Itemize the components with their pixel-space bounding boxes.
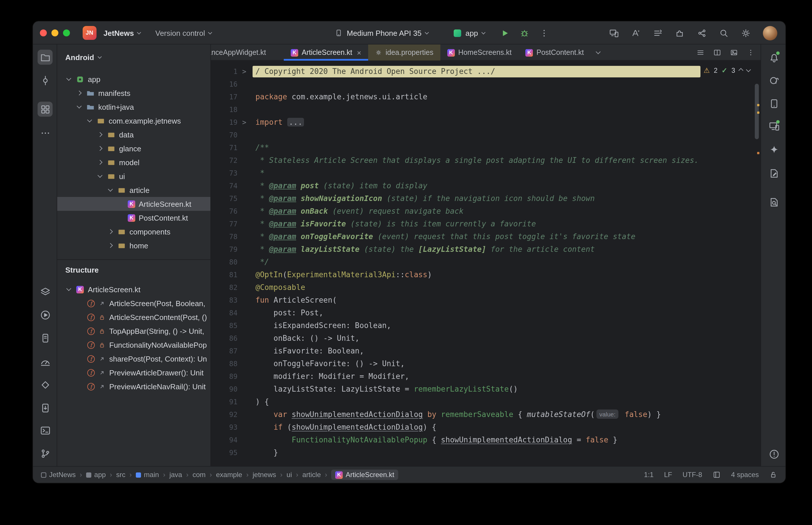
chevron-right-icon[interactable]: [107, 244, 114, 247]
editor-tab-idea-properties[interactable]: idea.properties: [368, 44, 440, 61]
tool-button-more-tools[interactable]: [38, 125, 53, 140]
tree-item-data[interactable]: data: [57, 127, 210, 141]
panel-divider[interactable]: [57, 259, 210, 260]
tool-button-version-control[interactable]: [38, 446, 53, 461]
next-issue-icon[interactable]: [746, 67, 751, 72]
previous-issue-icon[interactable]: [739, 68, 743, 73]
debug-button[interactable]: [520, 28, 529, 38]
structure-root-articlescreen-kt[interactable]: KArticleScreen.kt: [57, 282, 208, 296]
breadcrumb-item-jetnews[interactable]: jetnews: [253, 471, 276, 479]
chevron-down-icon[interactable]: [65, 288, 72, 291]
tree-item-glance[interactable]: glance: [57, 141, 210, 155]
tree-item-app[interactable]: app: [57, 72, 210, 86]
tool-button-device-manager[interactable]: [766, 96, 781, 111]
minimize-window-button[interactable]: [51, 29, 58, 36]
structure-item-previewarticlenavrail[interactable]: fPreviewArticleNavRail(): Unit: [57, 379, 208, 393]
inline-actions-icon[interactable]: [653, 28, 663, 38]
chevron-right-icon[interactable]: [107, 230, 114, 233]
tree-item-article[interactable]: article: [57, 183, 210, 197]
breadcrumb-item-example[interactable]: example: [216, 471, 242, 479]
tab-overflow-chevron-icon[interactable]: [591, 44, 606, 60]
breadcrumb-item-ui[interactable]: ui: [287, 471, 292, 479]
split-editor-icon[interactable]: [713, 48, 721, 57]
chevron-down-icon[interactable]: [76, 105, 83, 109]
structure-item-sharepost[interactable]: fsharePost(Post, Context): Un: [57, 352, 208, 365]
chevron-right-icon[interactable]: [97, 147, 103, 150]
caret-position[interactable]: 1:1: [644, 471, 654, 479]
breadcrumb-item-app[interactable]: app: [86, 471, 106, 479]
tree-item-home[interactable]: home: [57, 239, 210, 252]
structure-item-functionalitynotavailablepop[interactable]: fFunctionalityNotAvailablePop: [57, 338, 208, 352]
tool-button-terminal[interactable]: [38, 423, 53, 438]
tree-item-kotlin-java[interactable]: kotlin+java: [57, 100, 210, 114]
close-window-button[interactable]: [40, 29, 47, 36]
tool-button-gemini[interactable]: [766, 142, 781, 157]
tool-button-commit[interactable]: [38, 73, 53, 88]
more-run-actions-icon[interactable]: [539, 28, 549, 38]
project-menu[interactable]: JetNews: [103, 29, 141, 37]
tool-button-profiler[interactable]: [38, 377, 53, 392]
line-separator[interactable]: LF: [664, 471, 672, 479]
share-icon[interactable]: [697, 28, 707, 38]
chevron-down-icon[interactable]: [107, 188, 114, 192]
tool-button-device-explorer[interactable]: [38, 400, 53, 415]
tool-button-run-tool[interactable]: [38, 307, 53, 322]
chevron-right-icon[interactable]: [97, 161, 103, 164]
run-button[interactable]: [500, 28, 510, 38]
tool-button-notifications[interactable]: [766, 50, 781, 65]
tree-item-ui[interactable]: ui: [57, 169, 210, 183]
fold-marker-icon[interactable]: >: [242, 65, 246, 78]
inspection-widget[interactable]: ⚠ 2 ✓ 3: [704, 65, 750, 76]
tool-button-logcat[interactable]: [38, 330, 53, 345]
breadcrumb-item-main[interactable]: main: [136, 471, 159, 479]
run-configuration-selector[interactable]: app: [454, 29, 485, 37]
tool-button-gradle[interactable]: [766, 73, 781, 88]
chevron-down-icon[interactable]: [97, 175, 103, 178]
structure-item-topappbar[interactable]: fTopAppBar(String, () -> Unit,: [57, 324, 208, 338]
indent-setting[interactable]: 4 spaces: [731, 471, 759, 479]
structure-item-previewarticledrawer[interactable]: fPreviewArticleDrawer(): Unit: [57, 365, 208, 379]
editor-columns-icon[interactable]: [713, 471, 721, 479]
tree-item-postcontent-kt[interactable]: KPostContent.kt: [57, 211, 210, 225]
tool-button-project[interactable]: [38, 50, 53, 65]
preview-image-icon[interactable]: [730, 48, 738, 57]
chevron-right-icon[interactable]: [76, 91, 83, 95]
project-view-selector[interactable]: Android: [57, 49, 101, 65]
tool-button-build-variants[interactable]: [38, 284, 53, 299]
fold-marker-icon[interactable]: >: [242, 116, 246, 129]
settings-gear-icon[interactable]: [741, 28, 751, 38]
write-access-lock-icon[interactable]: [769, 471, 777, 479]
plugins-icon[interactable]: [675, 28, 685, 38]
code-editor[interactable]: ⚠ 2 ✓ 3 1>/ Copyright 2020 The Android O…: [211, 61, 761, 466]
ai-assistant-icon[interactable]: [631, 28, 641, 38]
tool-button-app-inspection[interactable]: [38, 354, 53, 369]
device-mirror-icon[interactable]: [609, 28, 619, 38]
editor-more-options-icon[interactable]: [747, 48, 755, 57]
zoom-window-button[interactable]: [63, 29, 70, 36]
tree-item-com-example-jetnews[interactable]: com.example.jetnews: [57, 114, 210, 127]
breadcrumb-item-jetnews[interactable]: JetNews: [41, 471, 76, 479]
breadcrumb-item-java[interactable]: java: [169, 471, 182, 479]
vcs-menu[interactable]: Version control: [156, 29, 211, 37]
breadcrumb-item-articlescreen-kt[interactable]: KArticleScreen.kt: [331, 469, 398, 480]
user-avatar[interactable]: [763, 26, 777, 40]
tool-button-problems[interactable]: [766, 447, 781, 462]
editor-tab-lanceappwidget-kt[interactable]: lanceAppWidget.kt: [211, 44, 284, 61]
tool-button-running-devices[interactable]: [766, 118, 781, 133]
editor-tab-articlescreen-kt[interactable]: KArticleScreen.kt×: [284, 44, 368, 61]
file-encoding[interactable]: UTF-8: [682, 471, 702, 479]
tree-item-components[interactable]: components: [57, 225, 210, 239]
tree-item-articlescreen-kt[interactable]: KArticleScreen.kt: [57, 197, 210, 211]
chevron-right-icon[interactable]: [97, 133, 103, 136]
chevron-down-icon[interactable]: [86, 119, 93, 122]
close-tab-icon[interactable]: ×: [357, 49, 361, 56]
tool-button-resource-grid[interactable]: [38, 102, 53, 117]
structure-item-articlescreencontent[interactable]: fArticleScreenContent(Post, (): [57, 310, 208, 324]
breadcrumb-item-src[interactable]: src: [116, 471, 126, 479]
device-selector[interactable]: Medium Phone API 35: [335, 29, 429, 37]
tab-list-icon[interactable]: [696, 48, 705, 57]
editor-tab-postcontent-kt[interactable]: KPostContent.kt: [518, 44, 591, 61]
structure-item-articlescreen[interactable]: fArticleScreen(Post, Boolean,: [57, 296, 208, 310]
editor-tab-homescreens-kt[interactable]: KHomeScreens.kt: [440, 44, 519, 61]
search-icon[interactable]: [719, 28, 729, 38]
